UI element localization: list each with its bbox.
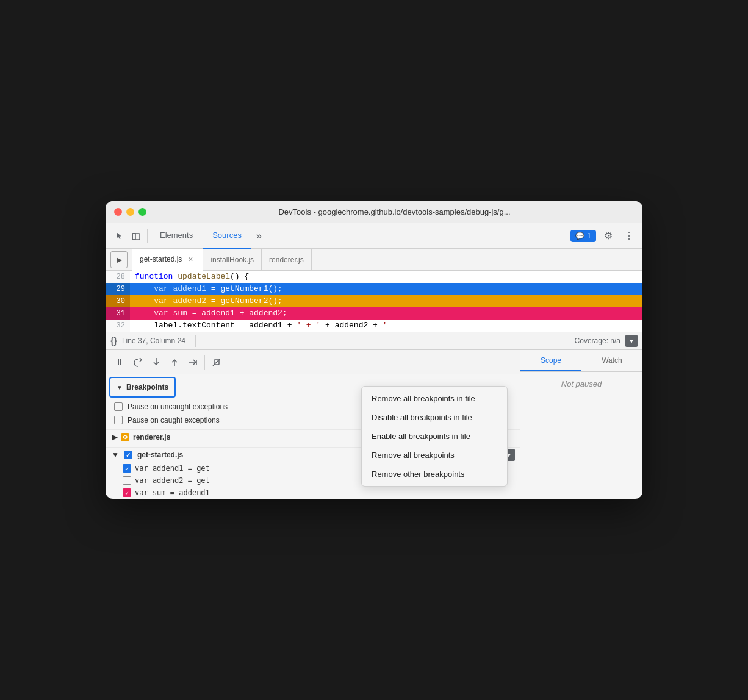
bp1-checkbox[interactable]: [123, 464, 131, 473]
status-bar: {} Line 37, Column 24 Coverage: n/a ▼: [106, 332, 642, 350]
context-remove-all[interactable]: Remove all breakpoints: [362, 446, 507, 465]
cursor-position: Line 37, Column 24: [122, 337, 185, 345]
not-paused-message: Not paused: [520, 372, 642, 396]
line-number-30: 30: [106, 295, 130, 307]
context-enable-all-file[interactable]: Enable all breakpoints in file: [362, 427, 507, 446]
code-editor: 28 function updateLabel() { 29 var adden…: [106, 271, 642, 332]
bp3-label: var sum = addend1: [135, 488, 210, 497]
file-tab-label: get-started.js: [140, 255, 182, 263]
minimize-button[interactable]: [126, 208, 134, 216]
get-started-file-name: get-started.js: [137, 451, 183, 459]
format-icon[interactable]: {}: [110, 336, 117, 346]
step-over-button[interactable]: [129, 353, 147, 371]
devtools-window: DevTools - googlechrome.github.io/devtoo…: [106, 201, 642, 499]
title-bar: DevTools - googlechrome.github.io/devtoo…: [106, 201, 642, 223]
file-tab-renderer[interactable]: renderer.js: [262, 249, 312, 271]
more-menu-button[interactable]: ⋮: [620, 227, 638, 245]
tab-elements[interactable]: Elements: [150, 223, 203, 249]
breakpoints-header[interactable]: ▼ Breakpoints: [109, 377, 176, 398]
left-bottom: ⏸: [106, 350, 520, 499]
context-remove-other[interactable]: Remove other breakpoints: [362, 465, 507, 484]
coverage-status: Coverage: n/a: [575, 337, 620, 345]
close-button[interactable]: [114, 208, 122, 216]
line-content-30: var addend2 = getNumber2();: [130, 295, 642, 307]
step-button[interactable]: [184, 353, 202, 371]
bp1-label: var addend1 = get: [135, 464, 210, 473]
tab-watch[interactable]: Watch: [581, 350, 642, 371]
notifications-badge[interactable]: 💬 1: [570, 230, 596, 242]
tab-more-button[interactable]: »: [251, 223, 267, 249]
tab-sources[interactable]: Sources: [203, 223, 251, 249]
get-started-file-checkbox[interactable]: [124, 451, 132, 459]
cursor-icon[interactable]: [110, 227, 128, 245]
toolbar-separator: [147, 229, 148, 243]
renderer-file-icon: ⚙: [121, 433, 129, 441]
window-title: DevTools - googlechrome.github.io/devtoo…: [155, 207, 634, 216]
line-content-28: function updateLabel() {: [130, 271, 642, 283]
devtools-toolbar: Elements Sources » 💬 1 ⚙ ⋮: [106, 223, 642, 249]
traffic-lights: [114, 208, 146, 216]
pause-caught-checkbox[interactable]: [114, 416, 123, 424]
toolbar-right: 💬 1 ⚙ ⋮: [570, 227, 638, 245]
dock-icon[interactable]: [128, 227, 145, 245]
step-into-button[interactable]: [147, 353, 165, 371]
line-number-31: 31: [106, 307, 130, 320]
line-content-29: var addend1 = getNumber1();: [130, 283, 642, 295]
breakpoints-label: Breakpoints: [126, 383, 168, 391]
bp3-checkbox[interactable]: [123, 488, 131, 497]
file-tab-installhook[interactable]: installHook.js: [203, 249, 262, 271]
line-number-29: 29: [106, 283, 130, 295]
coverage-dropdown[interactable]: ▼: [625, 335, 638, 347]
step-out-button[interactable]: [165, 353, 184, 371]
debug-separator: [204, 355, 205, 370]
svg-rect-0: [132, 234, 140, 240]
context-disable-all-file[interactable]: Disable all breakpoints in file: [362, 408, 507, 427]
right-panel: Scope Watch Not paused: [520, 350, 642, 499]
bp2-label: var addend2 = get: [135, 476, 210, 485]
collapse-arrow: ▼: [117, 384, 123, 391]
file-tab-get-started[interactable]: get-started.js ×: [132, 249, 203, 271]
code-line-28[interactable]: 28 function updateLabel() {: [106, 271, 642, 283]
settings-button[interactable]: ⚙: [600, 227, 617, 245]
line-content-31: var sum = addend1 + addend2;: [130, 307, 642, 320]
maximize-button[interactable]: [138, 208, 146, 216]
pause-caught-label: Pause on caught exceptions: [128, 416, 220, 424]
svg-rect-1: [132, 234, 135, 240]
pause-button[interactable]: ⏸: [110, 353, 129, 371]
pause-uncaught-label: Pause on uncaught exceptions: [128, 402, 228, 411]
tab-list: Elements Sources »: [150, 223, 570, 249]
bottom-area: ⏸: [106, 350, 642, 499]
line-content-32: label.textContent = addend1 + ' + ' + ad…: [130, 320, 642, 332]
deactivate-button[interactable]: [207, 353, 226, 371]
breakpoints-panel: ▼ Breakpoints Pause on uncaught exceptio…: [106, 374, 520, 499]
code-line-30[interactable]: 30 var addend2 = getNumber2();: [106, 295, 642, 307]
status-separator: [195, 335, 196, 347]
line-number-32: 32: [106, 320, 130, 332]
context-menu: Remove all breakpoints in file Disable a…: [361, 386, 508, 487]
code-line-32[interactable]: 32 label.textContent = addend1 + ' + ' +…: [106, 320, 642, 332]
file-tabs: ▶ get-started.js × installHook.js render…: [106, 249, 642, 271]
expand-arrow: ▶: [112, 433, 117, 441]
line-number-28: 28: [106, 271, 130, 283]
code-line-29[interactable]: 29 var addend1 = getNumber1();: [106, 283, 642, 295]
chat-icon: 💬: [575, 232, 584, 240]
context-remove-all-file[interactable]: Remove all breakpoints in file: [362, 389, 507, 408]
debugger-controls: ⏸: [106, 350, 520, 374]
close-tab-button[interactable]: ×: [185, 254, 195, 264]
code-line-31[interactable]: 31 var sum = addend1 + addend2;: [106, 307, 642, 320]
drawer-icon[interactable]: ▶: [110, 251, 128, 268]
bp2-checkbox[interactable]: [123, 476, 131, 485]
breakpoint-item-3[interactable]: var sum = addend1: [110, 487, 520, 499]
badge-count: 1: [587, 232, 591, 240]
renderer-file-name: renderer.js: [133, 433, 170, 441]
collapse-arrow-gs: ▼: [112, 451, 119, 459]
pause-uncaught-checkbox[interactable]: [114, 402, 123, 411]
tab-scope[interactable]: Scope: [520, 350, 581, 371]
scope-tabs: Scope Watch: [520, 350, 642, 372]
